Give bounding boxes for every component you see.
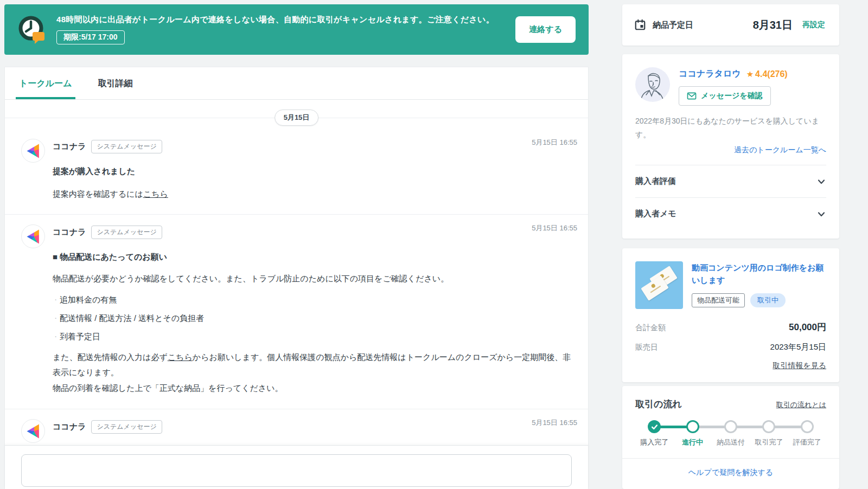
talkroom-panel: トークルーム 取引詳細 5月15日 ココナラ システムメッセージ 提案が購入され… xyxy=(4,67,589,489)
message-item: ココナラ システムメッセージ 納品予定日が登録されました。「納品予定日:2023… xyxy=(5,409,588,445)
progress-stepper: 購入完了 進行中 納品送付 取引完了 評価完了 xyxy=(635,420,826,447)
check-messages-label: メッセージを確認 xyxy=(701,91,763,101)
sender-name: ココナラ xyxy=(53,141,86,152)
system-message-badge: システムメッセージ xyxy=(91,420,162,434)
list-item: ・ 配送情報 / 配送方法 / 送料とその負担者 xyxy=(53,313,577,324)
coconala-logo-icon xyxy=(21,139,45,163)
sale-date-value: 2023年5月15日 xyxy=(770,342,826,352)
past-talkrooms-link[interactable]: 過去のトークルーム一覧へ xyxy=(635,145,826,155)
step-delivery: 納品送付 xyxy=(712,420,750,447)
system-message-badge: システムメッセージ xyxy=(91,140,162,153)
flow-footer: ヘルプで疑問を解決する xyxy=(622,458,839,478)
message-text: 物品配送が必要かどうか確認をしてください。また、トラブル防止のために以下の項目を… xyxy=(53,271,577,287)
step-circle xyxy=(686,420,699,433)
sender-name: ココナラ xyxy=(53,422,86,432)
avatar xyxy=(635,67,670,102)
total-amount-label: 合計金額 xyxy=(635,323,789,333)
coconala-logo-icon xyxy=(21,419,45,443)
rating-value: 4.4(276) xyxy=(755,69,788,79)
step-circle xyxy=(724,420,737,433)
step-circle xyxy=(801,420,814,433)
system-message-badge: システムメッセージ xyxy=(91,226,162,239)
step-circle xyxy=(762,420,775,433)
date-divider: 5月15日 xyxy=(5,107,588,129)
buyer-memo-label: 購入者メモ xyxy=(635,209,676,219)
tab-transaction-details[interactable]: 取引詳細 xyxy=(95,67,136,99)
help-link[interactable]: ヘルプで疑問を解決する xyxy=(688,468,773,477)
status-badge: 取引中 xyxy=(750,293,786,307)
list-item-text: 配送情報 / 配送方法 / 送料とその負担者 xyxy=(60,313,204,324)
message-body: 提案内容を確認するにはこちら xyxy=(53,186,577,201)
deadline-label: 期限:5/17 17:00 xyxy=(56,30,125,44)
buyer-name-link[interactable]: ココナラタロウ xyxy=(679,68,741,80)
deadline-banner: 48時間以内に出品者がトークルーム内で連絡をしない場合、自動的に取引がキャンセル… xyxy=(4,4,589,55)
sale-date-label: 販売日 xyxy=(635,343,770,352)
sender-name: ココナラ xyxy=(53,227,86,237)
step-review-complete: 評価完了 xyxy=(788,420,826,447)
step-in-progress: 進行中 xyxy=(673,420,711,447)
delivery-date-label: 納品予定日 xyxy=(653,20,753,30)
list-item: ・ 追加料金の有無 xyxy=(53,295,577,305)
tab-talkroom[interactable]: トークルーム xyxy=(16,67,75,99)
shipping-address-link[interactable]: こちら xyxy=(168,352,193,362)
contact-button[interactable]: 連絡する xyxy=(515,16,576,43)
star-icon: ★ xyxy=(746,69,754,79)
service-thumbnail[interactable] xyxy=(635,261,683,309)
chevron-down-icon xyxy=(816,209,826,219)
bullet-icon: ・ xyxy=(53,296,59,304)
message-timestamp: 5月15日 16:55 xyxy=(532,418,577,428)
buyer-memo-section[interactable]: 購入者メモ xyxy=(635,197,826,230)
message-text: また、配送先情報の入力は必ず xyxy=(53,352,168,362)
message-heading: ■ 物品配送にあたってのお願い xyxy=(53,252,577,262)
message-input[interactable] xyxy=(21,454,572,487)
bullet-icon: ・ xyxy=(53,333,59,341)
reset-date-link[interactable]: 再設定 xyxy=(802,20,825,30)
message-timestamp: 5月15日 16:55 xyxy=(532,223,577,233)
coconala-logo-icon xyxy=(21,224,45,248)
flow-title: 取引の流れ xyxy=(635,398,682,410)
step-transaction-complete: 取引完了 xyxy=(750,420,788,447)
message-timestamp: 5月15日 16:55 xyxy=(532,138,577,147)
delivery-date-value: 8月31日 xyxy=(753,18,793,33)
check-messages-button[interactable]: メッセージを確認 xyxy=(679,86,771,106)
list-item: ・ 到着予定日 xyxy=(53,332,577,342)
message-text: また、配送先情報の入力は必ずこちらからお願いします。個人情報保護の観点から配送先… xyxy=(53,350,577,396)
transaction-flow-card: 取引の流れ 取引の流れとは 購入完了 進行中 納品送付 取引完了 xyxy=(622,386,839,489)
list-item-text: 到着予定日 xyxy=(60,332,100,342)
message-item: ココナラ システムメッセージ 提案が購入されました 提案内容を確認するにはこちら… xyxy=(5,129,588,215)
composer-area xyxy=(5,445,588,489)
total-amount-value: 50,000円 xyxy=(789,321,826,333)
step-purchase-complete: 購入完了 xyxy=(635,420,673,447)
proposal-detail-link[interactable]: こちら xyxy=(143,189,168,198)
shipping-available-badge: 物品配送可能 xyxy=(692,293,745,307)
buyer-rating-label: 購入者評価 xyxy=(635,176,676,186)
tab-bar: トークルーム 取引詳細 xyxy=(5,67,588,100)
buyer-card: ココナラタロウ ★ 4.4(276) メッセージを確認 2022年8月30日にも… xyxy=(622,54,839,239)
service-title-link[interactable]: 動画コンテンツ用のロゴ制作をお願いします xyxy=(692,261,826,287)
transaction-info-link[interactable]: 取引情報を見る xyxy=(635,361,826,371)
message-text: 提案内容を確認するには xyxy=(53,189,143,198)
message-list: 5月15日 ココナラ システムメッセージ 提案が購入されました 提案内容を確認す… xyxy=(5,100,588,445)
banner-text: 48時間以内に出品者がトークルーム内で連絡をしない場合、自動的に取引がキャンセル… xyxy=(56,15,505,25)
message-text: 物品の到着を確認した上で「正式な納品」を行ってください。 xyxy=(53,383,283,393)
date-pill: 5月15日 xyxy=(275,110,319,126)
service-card: 動画コンテンツ用のロゴ制作をお願いします 物品配送可能 取引中 合計金額 50,… xyxy=(622,248,839,382)
clock-icon xyxy=(17,15,48,45)
buyer-rating-section[interactable]: 購入者評価 xyxy=(635,165,826,197)
message-title: 提案が購入されました xyxy=(53,166,577,177)
chevron-down-icon xyxy=(816,177,826,186)
flow-about-link[interactable]: 取引の流れとは xyxy=(776,400,826,410)
repeat-buyer-note: 2022年8月30日にもあなたのサービスを購入しています。 xyxy=(635,114,826,141)
calendar-icon xyxy=(634,19,646,31)
bullet-icon: ・ xyxy=(53,314,59,323)
list-item-text: 追加料金の有無 xyxy=(60,295,117,305)
delivery-date-card: 納品予定日 8月31日 再設定 xyxy=(622,4,839,46)
message-item: ココナラ システムメッセージ ■ 物品配送にあたってのお願い 物品配送が必要かど… xyxy=(5,215,588,409)
envelope-icon xyxy=(687,91,697,101)
check-icon xyxy=(648,420,661,433)
